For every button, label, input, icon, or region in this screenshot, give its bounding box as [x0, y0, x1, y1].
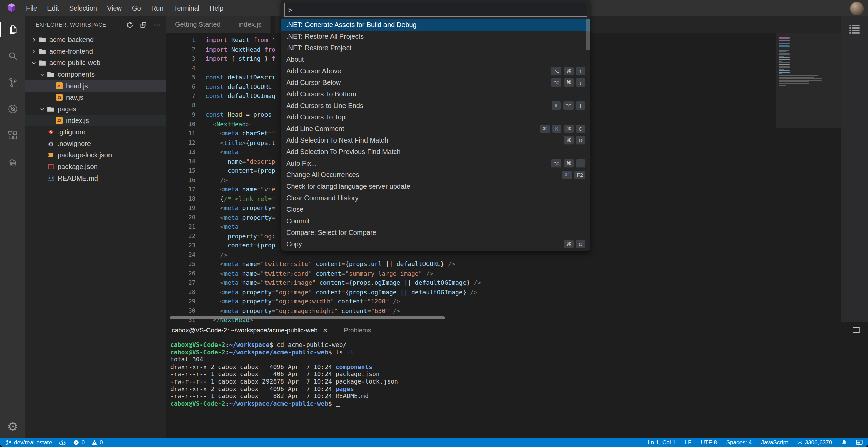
- activity-remote-explorer-icon[interactable]: [0, 149, 25, 175]
- tab-index-js[interactable]: index.js: [230, 16, 271, 33]
- command-item[interactable]: About: [281, 54, 590, 65]
- warnings-count[interactable]: 0: [92, 439, 103, 446]
- command-item[interactable]: Add Line Comment⌘K⌘C: [281, 123, 590, 134]
- tree-item-components[interactable]: components: [25, 69, 166, 80]
- chevron-down-icon: [29, 60, 38, 66]
- menu-run[interactable]: Run: [146, 0, 169, 16]
- menu-selection[interactable]: Selection: [64, 0, 102, 16]
- command-item[interactable]: Compare: Select for Compare: [281, 227, 590, 238]
- ports-indicator[interactable]: 3306,6379: [797, 439, 832, 446]
- gear-file-icon: ⚙: [46, 141, 56, 147]
- command-item[interactable]: Auto Fix...⌥⌘.: [281, 157, 590, 169]
- command-item[interactable]: Clear Command History: [281, 192, 590, 204]
- collapse-all-icon[interactable]: [140, 21, 147, 29]
- command-input[interactable]: >: [284, 3, 587, 17]
- account-avatar[interactable]: [850, 2, 864, 15]
- command-item[interactable]: Add Cursors To Bottom: [281, 88, 590, 100]
- menu-view[interactable]: View: [102, 0, 127, 16]
- explorer-sidebar: EXPLORER: WORKSPACE acme-backendacme-fro…: [25, 16, 166, 438]
- tab-partial[interactable]: [271, 16, 275, 33]
- cursor-position[interactable]: Ln 1, Col 1: [648, 439, 675, 446]
- command-item[interactable]: Add Selection To Next Find Match⌘D: [281, 134, 590, 146]
- command-item[interactable]: .NET: Restore Project: [281, 42, 590, 54]
- terminal-panel[interactable]: cabox@VS-Code-2: ~/workspace/acme-public…: [166, 322, 868, 438]
- errors-count[interactable]: 0: [73, 439, 84, 446]
- command-item[interactable]: Add Cursors to Line Ends⇧⌥I: [281, 100, 590, 111]
- tree-item-package-lock-json[interactable]: package-lock.json: [25, 149, 166, 161]
- tree-item-acme-public-web[interactable]: acme-public-web: [25, 57, 166, 69]
- tree-item-head-js[interactable]: JShead.js: [25, 80, 166, 92]
- activity-explorer-icon[interactable]: [0, 16, 25, 43]
- split-panel-icon[interactable]: [852, 326, 860, 335]
- command-item[interactable]: Change All Occurrences⌘F2: [281, 169, 590, 181]
- menu-help[interactable]: Help: [204, 0, 229, 16]
- command-item[interactable]: .NET: Generate Assets for Build and Debu…: [281, 19, 590, 31]
- tree-item--gitignore[interactable]: .gitignore: [25, 126, 166, 138]
- menu-terminal[interactable]: Terminal: [169, 0, 204, 16]
- command-item[interactable]: Commit: [281, 215, 590, 227]
- keybinding-key: C: [576, 125, 585, 133]
- line-number: 6: [166, 83, 205, 90]
- command-item[interactable]: Add Cursor Above⌥⌘↑: [281, 65, 590, 77]
- menu-go[interactable]: Go: [127, 0, 146, 16]
- menu-edit[interactable]: Edit: [42, 0, 64, 16]
- tree-item-acme-frontend[interactable]: acme-frontend: [25, 45, 166, 57]
- activity-extensions-icon[interactable]: [0, 122, 25, 149]
- tree-item-nav-js[interactable]: JSnav.js: [25, 92, 166, 103]
- activity-search-icon[interactable]: [0, 43, 25, 69]
- more-actions-icon[interactable]: [153, 21, 161, 29]
- command-item[interactable]: Check for clangd language server update: [281, 181, 590, 192]
- command-item[interactable]: Add Cursors To Top: [281, 111, 590, 123]
- palette-scrollbar[interactable]: [586, 19, 590, 50]
- chevron-down-icon: [38, 72, 46, 77]
- folder-icon: [38, 60, 47, 66]
- tree-item-package-json[interactable]: package.json: [25, 161, 166, 172]
- keybinding-key: ⌘: [564, 136, 574, 145]
- code-text: <meta: [205, 147, 239, 157]
- keybinding-key: ⌘: [562, 171, 572, 179]
- command-item[interactable]: Close: [281, 204, 590, 215]
- command-label: Add Line Comment: [286, 125, 540, 133]
- command-label: Close: [286, 206, 585, 213]
- secondary-panel-strip: [841, 16, 868, 322]
- tree-item-label: README.md: [58, 174, 98, 182]
- tree-item-index-js[interactable]: JSindex.js: [25, 115, 166, 126]
- minimap-line: [779, 54, 790, 55]
- tree-item-readme-md[interactable]: README.md: [25, 172, 166, 184]
- activity-debug-icon[interactable]: [0, 96, 25, 122]
- branch-indicator[interactable]: dev/real-estate: [5, 439, 52, 446]
- activity-source-control-icon[interactable]: [0, 69, 25, 96]
- indentation-indicator[interactable]: Spaces: 4: [726, 439, 752, 446]
- notifications[interactable]: [841, 440, 847, 445]
- encoding-indicator[interactable]: UTF-8: [701, 439, 717, 446]
- settings-gear-icon[interactable]: ⚙: [0, 420, 25, 434]
- keybinding-key: D: [576, 136, 585, 145]
- tree-item-acme-backend[interactable]: acme-backend: [25, 34, 166, 45]
- code-text: <meta property="og:image:height" content…: [205, 306, 400, 316]
- command-item[interactable]: Add Cursor Below⌥⌘↓: [281, 77, 590, 88]
- line-number: 1: [166, 37, 205, 43]
- terminal-tab[interactable]: cabox@VS-Code-2: ~/workspace/acme-public…: [172, 327, 318, 334]
- tree-item-label: pages: [58, 105, 76, 113]
- publish-changes[interactable]: [59, 440, 66, 446]
- tab-problems[interactable]: Problems: [344, 327, 371, 334]
- refresh-icon[interactable]: [126, 21, 134, 29]
- language-mode[interactable]: JavaScript: [761, 439, 788, 446]
- feedback[interactable]: [856, 440, 863, 445]
- outline-list-icon[interactable]: [849, 24, 860, 322]
- eol-indicator[interactable]: LF: [685, 439, 692, 446]
- command-label: Clear Command History: [286, 194, 585, 202]
- line-number: 9: [166, 111, 205, 118]
- command-item[interactable]: Copy⌘C: [281, 238, 590, 250]
- tree-item--nowignore[interactable]: ⚙.nowignore: [25, 138, 166, 149]
- tree-item-pages[interactable]: pages: [25, 103, 166, 115]
- keybinding-key: I: [576, 101, 585, 110]
- menu-file[interactable]: File: [21, 0, 42, 16]
- minimap[interactable]: [776, 33, 841, 322]
- line-number: 14: [166, 158, 205, 165]
- tab-getting-started[interactable]: Getting Started: [166, 16, 230, 33]
- command-item[interactable]: Add Selection To Previous Find Match: [281, 146, 590, 157]
- close-icon[interactable]: ×: [323, 327, 328, 334]
- command-item[interactable]: .NET: Restore All Projects: [281, 31, 590, 42]
- horizontal-scrollbar[interactable]: [170, 316, 445, 319]
